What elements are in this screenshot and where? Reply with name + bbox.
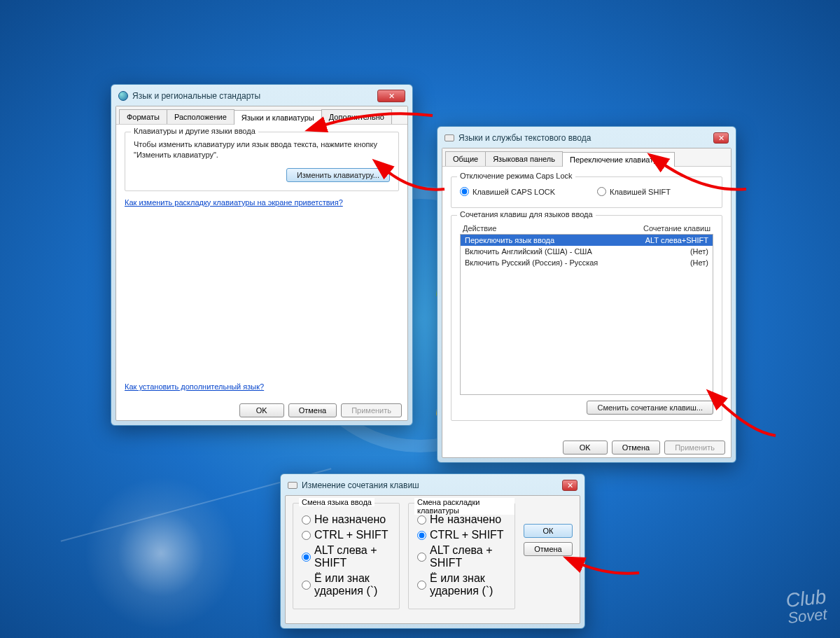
watermark: ClubSovet [785,588,830,627]
tab-switch-kbd[interactable]: Переключение клавиатуры [562,152,675,167]
keyboard-icon [444,134,454,141]
apply-button: Применить [664,441,725,455]
change-keyboard-button[interactable]: Изменить клавиатуру... [286,168,390,182]
capslock-legend: Отключение режима Caps Lock [457,172,575,180]
hotkeys-legend: Сочетания клавиш для языков ввода [457,210,596,219]
close-button[interactable]: ✕ [713,132,729,144]
tab-general[interactable]: Общие [445,151,486,166]
lens-flare [84,476,238,630]
radio-grave[interactable]: Ё или знак ударения (`) [417,572,506,597]
ok-button[interactable]: ОК [524,524,573,538]
radio-ctrl-shift[interactable]: CTRL + SHIFT [302,529,391,541]
radio-none[interactable]: Не назначено [417,513,506,526]
tab-keyboards[interactable]: Языки и клавиатуры [234,110,322,125]
tab-location[interactable]: Расположение [167,109,234,124]
radio-grave[interactable]: Ё или знак ударения (`) [302,572,391,597]
group-hotkeys: Сочетания клавиш для языков ввода Действ… [451,215,722,421]
link-install-language[interactable]: Как установить дополнительный язык? [125,382,264,391]
radio-alt-shift[interactable]: ALT слева + SHIFT [302,544,391,569]
titlebar[interactable]: Язык и региональные стандарты ✕ [115,89,408,106]
group-layout-switch: Смена раскладки клавиатуры Не назначено … [408,503,515,609]
dialog-region-language: Язык и региональные стандарты ✕ Форматы … [111,84,413,426]
group-text: Чтобы изменить клавиатуру или язык ввода… [134,139,390,161]
dialog-change-hotkey: Изменение сочетания клавиш ✕ Смена языка… [280,473,585,629]
titlebar[interactable]: Изменение сочетания клавиш ✕ [285,478,580,495]
window-title: Язык и региональные стандарты [132,91,260,101]
close-button[interactable]: ✕ [562,480,578,491]
link-welcome-layout[interactable]: Как изменить раскладку клавиатуры на экр… [125,198,343,207]
tabstrip: Форматы Расположение Языки и клавиатуры … [116,106,407,125]
keyboard-icon [288,482,298,489]
group-lang-switch: Смена языка ввода Не назначено CTRL + SH… [293,503,400,609]
window-title: Изменение сочетания клавиш [302,480,419,490]
cancel-button[interactable]: Отмена [288,403,337,417]
cancel-button[interactable]: Отмена [612,441,660,455]
list-item[interactable]: Включить Русский (Россия) - Русская(Нет) [461,257,713,268]
change-hotkey-button[interactable]: Сменить сочетание клавиш... [587,401,713,415]
radio-capslock[interactable]: Клавишей CAPS LOCK [460,187,555,196]
list-item[interactable]: Включить Английский (США) - США(Нет) [461,246,713,257]
radio-ctrl-shift[interactable]: CTRL + SHIFT [417,529,506,541]
radio-shift[interactable]: Клавишей SHIFT [597,187,671,196]
hotkey-list[interactable]: Переключить язык вводаALT слева+SHIFT Вк… [460,234,713,395]
radio-alt-shift[interactable]: ALT слева + SHIFT [417,544,506,569]
group-keyboards: Клавиатуры и другие языки ввода Чтобы из… [125,132,399,191]
globe-icon [118,91,128,101]
legend-left: Смена языка ввода [299,498,374,506]
ok-button[interactable]: OK [239,403,284,417]
titlebar[interactable]: Языки и службы текстового ввода ✕ [442,131,732,148]
col-combo: Сочетание клавиш [643,224,710,233]
ok-button[interactable]: OK [563,441,608,455]
close-button[interactable]: ✕ [377,90,405,102]
group-legend: Клавиатуры и другие языки ввода [131,127,258,135]
col-action: Действие [463,224,496,233]
legend-right: Смена раскладки клавиатуры [414,498,514,515]
apply-button: Применить [341,403,402,417]
tab-langbar[interactable]: Языковая панель [485,151,563,166]
tab-formats[interactable]: Форматы [119,109,167,124]
tab-advanced[interactable]: Дополнительно [321,109,392,124]
radio-none[interactable]: Не назначено [302,513,391,526]
group-capslock: Отключение режима Caps Lock Клавишей CAP… [451,176,722,208]
cancel-button[interactable]: Отмена [524,542,573,556]
dialog-text-services: Языки и службы текстового ввода ✕ Общие … [437,126,736,463]
list-item[interactable]: Переключить язык вводаALT слева+SHIFT [461,235,713,246]
window-title: Языки и службы текстового ввода [458,133,591,143]
